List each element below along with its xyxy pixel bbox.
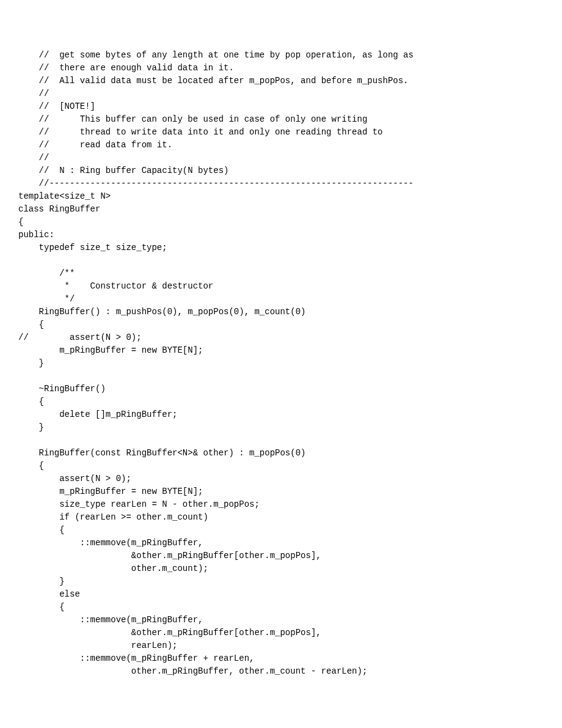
- document-page: // get some bytes of any length at one t…: [0, 0, 562, 728]
- code-block: // get some bytes of any length at one t…: [18, 49, 544, 678]
